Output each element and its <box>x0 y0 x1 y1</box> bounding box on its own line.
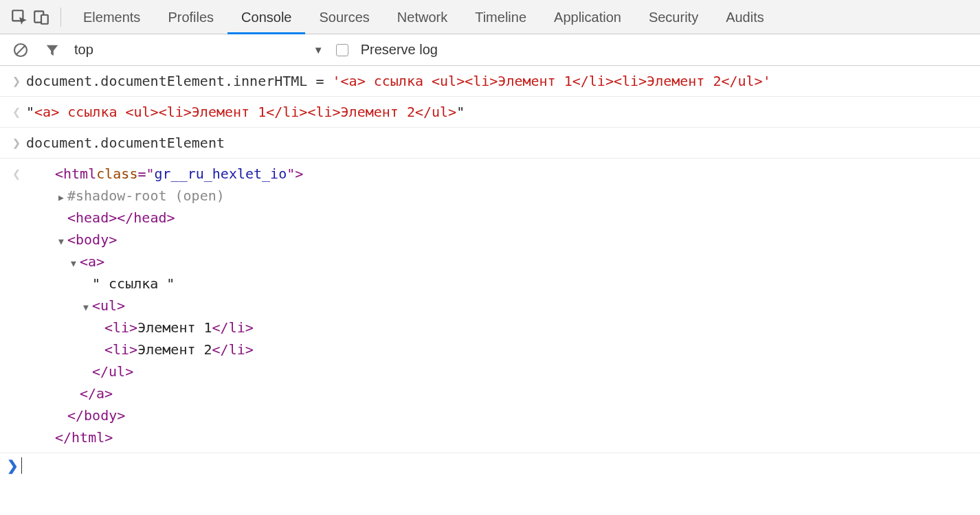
code-token: <html <box>55 163 96 185</box>
svg-rect-2 <box>41 14 48 23</box>
dom-tree-line[interactable]: </html> <box>26 426 973 448</box>
console-input-row: document.documentElement <box>0 128 980 159</box>
tab-timeline[interactable]: Timeline <box>461 0 540 34</box>
input-chevron-icon <box>7 70 26 92</box>
code-token: " ссылка " <box>92 273 175 295</box>
console-line-content: "<a> ссылка <ul><li>Элемент 1</li><li>Эл… <box>26 101 973 123</box>
prompt-cursor <box>21 457 22 474</box>
disclosure-closed-icon[interactable]: ▶ <box>55 191 67 205</box>
console-toolbar: top ▼ Preserve log <box>0 34 980 66</box>
tab-audits[interactable]: Audits <box>712 0 778 34</box>
disclosure-open-icon[interactable]: ▼ <box>80 301 92 315</box>
output-chevron-icon <box>7 101 26 123</box>
dom-tree-line[interactable]: ▶#shadow-root (open) <box>26 185 973 207</box>
code-token: <li> <box>104 339 137 360</box>
chevron-down-icon: ▼ <box>313 44 324 56</box>
code-token: <a> <box>80 251 104 273</box>
console-line-content: document.documentElement.innerHTML = '<a… <box>26 70 973 92</box>
code-token: <li> <box>104 317 137 339</box>
input-chevron-icon <box>7 132 26 154</box>
code-token: <head></head> <box>67 207 175 229</box>
dom-tree-line[interactable]: <head></head> <box>26 207 973 229</box>
code-token: "> <box>287 163 303 185</box>
code-token: </body> <box>67 404 125 426</box>
tab-console[interactable]: Console <box>227 0 305 34</box>
clear-console-icon[interactable] <box>11 41 30 60</box>
output-chevron-icon <box>7 163 26 185</box>
code-token: <body> <box>67 229 117 251</box>
console-output-area: document.documentElement.innerHTML = '<a… <box>0 66 980 453</box>
code-token: " <box>456 104 465 120</box>
code-token: document.documentElement.innerHTML = <box>26 73 333 89</box>
code-token: gr__ru_hexlet_io <box>155 163 287 185</box>
tab-security[interactable]: Security <box>635 0 712 34</box>
dom-tree-line[interactable]: ▼<body> <box>26 229 973 251</box>
filter-icon[interactable] <box>43 41 62 60</box>
dom-tree: <html class="gr__ru_hexlet_io">▶#shadow-… <box>26 163 973 448</box>
tab-profiles[interactable]: Profiles <box>154 0 227 34</box>
console-prompt[interactable] <box>0 453 980 478</box>
console-line-content: document.documentElement <box>26 132 973 154</box>
tab-elements[interactable]: Elements <box>69 0 154 34</box>
code-token: #shadow-root (open) <box>67 185 225 207</box>
inspect-element-icon[interactable] <box>8 6 30 28</box>
preserve-log-label: Preserve log <box>361 42 438 58</box>
console-output-row: "<a> ссылка <ul><li>Элемент 1</li><li>Эл… <box>0 97 980 128</box>
tab-network[interactable]: Network <box>383 0 461 34</box>
code-token: </li> <box>212 317 254 339</box>
code-token: class <box>96 163 137 185</box>
disclosure-open-icon[interactable]: ▼ <box>67 257 80 271</box>
code-token: <ul> <box>92 295 125 317</box>
execution-context-select[interactable]: top ▼ <box>74 42 324 58</box>
code-token: </a> <box>80 382 113 404</box>
dom-tree-line[interactable]: </body> <box>26 404 973 426</box>
dom-tree-line[interactable]: <html class="gr__ru_hexlet_io"> <box>26 163 973 185</box>
code-token: '<a> ссылка <ul><li>Элемент 1</li><li>Эл… <box>333 73 771 89</box>
dom-tree-line[interactable]: <li>Элемент 2</li> <box>26 339 973 360</box>
dom-tree-line[interactable]: ▼<ul> <box>26 295 973 317</box>
code-token: </li> <box>212 339 254 360</box>
code-token: <a> ссылка <ul><li>Элемент 1</li><li>Эле… <box>34 104 456 120</box>
code-token: Элемент 2 <box>137 339 212 360</box>
code-token: " <box>26 104 34 120</box>
tabstrip-separator <box>60 8 61 27</box>
tab-application[interactable]: Application <box>540 0 635 34</box>
disclosure-open-icon[interactable]: ▼ <box>55 235 67 249</box>
console-input-row: document.documentElement.innerHTML = '<a… <box>0 66 980 97</box>
svg-line-4 <box>16 46 25 54</box>
dom-tree-line[interactable]: <li>Элемент 1</li> <box>26 317 973 339</box>
dom-tree-line[interactable]: " ссылка " <box>26 273 973 295</box>
console-dom-output-row: <html class="gr__ru_hexlet_io">▶#shadow-… <box>0 159 980 453</box>
tab-sources[interactable]: Sources <box>305 0 383 34</box>
code-token: Элемент 1 <box>137 317 212 339</box>
dom-tree-line[interactable]: </ul> <box>26 360 973 382</box>
code-token: =" <box>137 163 154 185</box>
preserve-log-checkbox[interactable] <box>336 44 348 56</box>
code-token: </html> <box>55 426 113 448</box>
devtools-tabstrip: Elements Profiles Console Sources Networ… <box>0 0 980 34</box>
execution-context-label: top <box>74 42 93 58</box>
device-toolbar-icon[interactable] <box>30 6 52 28</box>
code-token: </ul> <box>92 360 133 382</box>
dom-tree-line[interactable]: </a> <box>26 382 973 404</box>
code-token: document.documentElement <box>26 135 225 151</box>
prompt-chevron-icon <box>7 457 19 474</box>
dom-tree-line[interactable]: ▼<a> <box>26 251 973 273</box>
